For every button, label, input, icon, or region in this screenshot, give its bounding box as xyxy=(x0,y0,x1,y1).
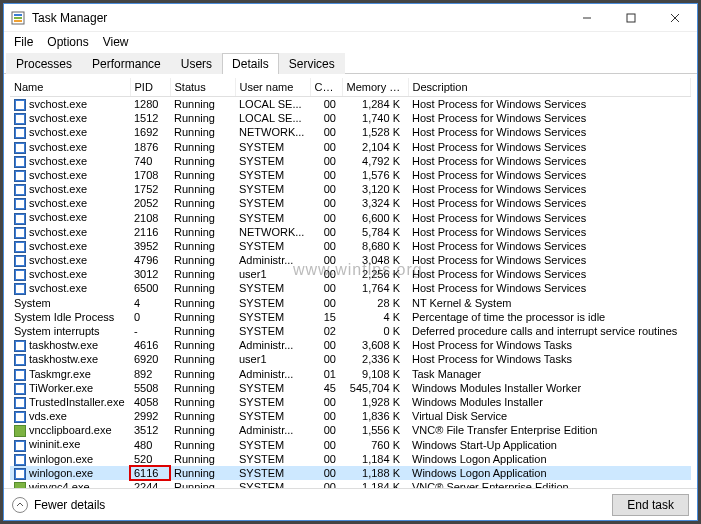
tab-details[interactable]: Details xyxy=(222,53,279,74)
table-row[interactable]: System Idle Process0RunningSYSTEM154 KPe… xyxy=(10,310,691,324)
cell-pid: 2052 xyxy=(130,196,170,210)
cell-mem: 3,120 K xyxy=(342,182,408,196)
cell-mem: 6,600 K xyxy=(342,210,408,224)
menu-file[interactable]: File xyxy=(8,33,39,51)
cell-name: System xyxy=(10,296,130,310)
svg-rect-2 xyxy=(14,17,22,19)
process-icon xyxy=(14,198,26,210)
table-row[interactable]: winlogon.exe6116RunningSYSTEM001,188 KWi… xyxy=(10,466,691,480)
tab-users[interactable]: Users xyxy=(171,53,222,74)
cell-pid: 2244 xyxy=(130,480,170,488)
cell-cpu: 00 xyxy=(310,97,342,112)
cell-name: winlogon.exe xyxy=(10,466,130,480)
table-row[interactable]: System4RunningSYSTEM0028 KNT Kernel & Sy… xyxy=(10,296,691,310)
cell-status: Running xyxy=(170,296,235,310)
col-mem[interactable]: Memory (p... xyxy=(342,78,408,97)
table-row[interactable]: svchost.exe1512RunningLOCAL SE...001,740… xyxy=(10,111,691,125)
menu-view[interactable]: View xyxy=(97,33,135,51)
menu-options[interactable]: Options xyxy=(41,33,94,51)
cell-desc: Host Process for Windows Services xyxy=(408,267,691,281)
cell-cpu: 00 xyxy=(310,423,342,437)
col-status[interactable]: Status xyxy=(170,78,235,97)
cell-desc: Host Process for Windows Services xyxy=(408,139,691,153)
cell-cpu: 00 xyxy=(310,196,342,210)
cell-status: Running xyxy=(170,310,235,324)
cell-mem: 760 K xyxy=(342,437,408,451)
cell-mem: 1,928 K xyxy=(342,395,408,409)
cell-status: Running xyxy=(170,452,235,466)
table-row[interactable]: svchost.exe1708RunningSYSTEM001,576 KHos… xyxy=(10,168,691,182)
col-name[interactable]: Name xyxy=(10,78,130,97)
table-row[interactable]: svchost.exe6500RunningSYSTEM001,764 KHos… xyxy=(10,281,691,295)
table-row[interactable]: wininit.exe480RunningSYSTEM00760 KWindow… xyxy=(10,437,691,451)
cell-desc: Host Process for Windows Services xyxy=(408,281,691,295)
cell-status: Running xyxy=(170,225,235,239)
cell-pid: 5508 xyxy=(130,381,170,395)
column-headers[interactable]: Name PID Status User name CPU Memory (p.… xyxy=(10,78,691,97)
cell-cpu: 15 xyxy=(310,310,342,324)
menubar: File Options View xyxy=(4,32,697,52)
cell-status: Running xyxy=(170,154,235,168)
col-cpu[interactable]: CPU xyxy=(310,78,342,97)
cell-status: Running xyxy=(170,480,235,488)
table-row[interactable]: svchost.exe2108RunningSYSTEM006,600 KHos… xyxy=(10,210,691,224)
close-button[interactable] xyxy=(653,4,697,32)
tab-services[interactable]: Services xyxy=(279,53,345,74)
minimize-button[interactable] xyxy=(565,4,609,32)
cell-name: svchost.exe xyxy=(10,154,130,168)
table-row[interactable]: Taskmgr.exe892RunningAdministr...019,108… xyxy=(10,366,691,380)
cell-pid: 1876 xyxy=(130,139,170,153)
cell-mem: 4 K xyxy=(342,310,408,324)
cell-mem: 2,104 K xyxy=(342,139,408,153)
table-row[interactable]: svchost.exe1752RunningSYSTEM003,120 KHos… xyxy=(10,182,691,196)
process-icon xyxy=(14,283,26,295)
cell-desc: Windows Start-Up Application xyxy=(408,437,691,451)
table-row[interactable]: svchost.exe740RunningSYSTEM004,792 KHost… xyxy=(10,154,691,168)
cell-name: svchost.exe xyxy=(10,111,130,125)
col-pid[interactable]: PID xyxy=(130,78,170,97)
end-task-button[interactable]: End task xyxy=(612,494,689,516)
col-desc[interactable]: Description xyxy=(408,78,691,97)
cell-status: Running xyxy=(170,168,235,182)
cell-mem: 1,184 K xyxy=(342,452,408,466)
process-icon xyxy=(14,127,26,139)
table-row[interactable]: winvnc4.exe2244RunningSYSTEM001,184 KVNC… xyxy=(10,480,691,488)
table-row[interactable]: svchost.exe2052RunningSYSTEM003,324 KHos… xyxy=(10,196,691,210)
cell-cpu: 00 xyxy=(310,409,342,423)
col-user[interactable]: User name xyxy=(235,78,310,97)
cell-desc: Windows Modules Installer Worker xyxy=(408,381,691,395)
cell-desc: Windows Logon Application xyxy=(408,452,691,466)
cell-pid: 6116 xyxy=(130,466,170,480)
svg-rect-1 xyxy=(14,14,22,16)
table-row[interactable]: svchost.exe1692RunningNETWORK...001,528 … xyxy=(10,125,691,139)
maximize-button[interactable] xyxy=(609,4,653,32)
tab-performance[interactable]: Performance xyxy=(82,53,171,74)
table-row[interactable]: svchost.exe3952RunningSYSTEM008,680 KHos… xyxy=(10,239,691,253)
cell-cpu: 00 xyxy=(310,466,342,480)
cell-user: SYSTEM xyxy=(235,281,310,295)
cell-desc: Host Process for Windows Services xyxy=(408,111,691,125)
table-row[interactable]: vncclipboard.exe3512RunningAdministr...0… xyxy=(10,423,691,437)
cell-status: Running xyxy=(170,324,235,338)
table-row[interactable]: taskhostw.exe4616RunningAdministr...003,… xyxy=(10,338,691,352)
process-table[interactable]: Name PID Status User name CPU Memory (p.… xyxy=(10,78,691,488)
table-row[interactable]: svchost.exe4796RunningAdministr...003,04… xyxy=(10,253,691,267)
footer: Fewer details End task xyxy=(4,488,697,520)
table-row[interactable]: taskhostw.exe6920Runninguser1002,336 KHo… xyxy=(10,352,691,366)
table-row[interactable]: TrustedInstaller.exe4058RunningSYSTEM001… xyxy=(10,395,691,409)
cell-mem: 1,576 K xyxy=(342,168,408,182)
cell-name: winvnc4.exe xyxy=(10,480,130,488)
table-row[interactable]: TiWorker.exe5508RunningSYSTEM45545,704 K… xyxy=(10,381,691,395)
tab-processes[interactable]: Processes xyxy=(6,53,82,74)
table-row[interactable]: svchost.exe1876RunningSYSTEM002,104 KHos… xyxy=(10,139,691,153)
table-row[interactable]: svchost.exe1280RunningLOCAL SE...001,284… xyxy=(10,97,691,112)
table-row[interactable]: svchost.exe3012Runninguser1002,256 KHost… xyxy=(10,267,691,281)
table-row[interactable]: svchost.exe2116RunningNETWORK...005,784 … xyxy=(10,225,691,239)
table-row[interactable]: vds.exe2992RunningSYSTEM001,836 KVirtual… xyxy=(10,409,691,423)
fewer-details-link[interactable]: Fewer details xyxy=(12,497,105,513)
table-row[interactable]: System interrupts-RunningSYSTEM020 KDefe… xyxy=(10,324,691,338)
table-row[interactable]: winlogon.exe520RunningSYSTEM001,184 KWin… xyxy=(10,452,691,466)
cell-status: Running xyxy=(170,97,235,112)
cell-name: vncclipboard.exe xyxy=(10,423,130,437)
cell-mem: 4,792 K xyxy=(342,154,408,168)
